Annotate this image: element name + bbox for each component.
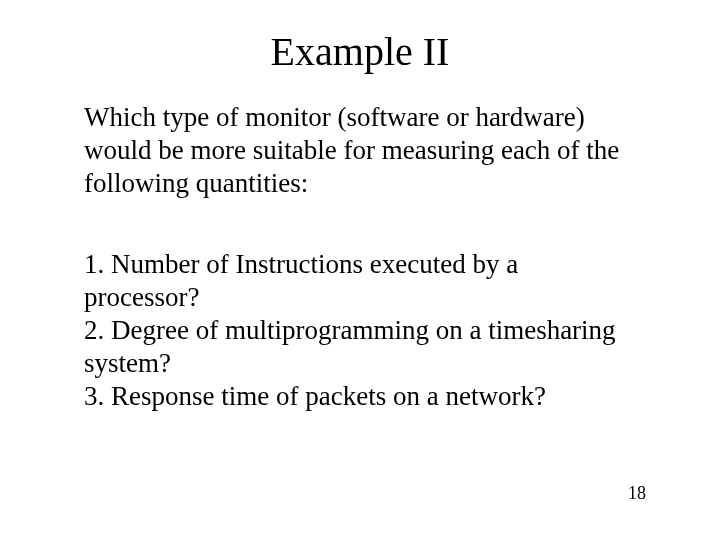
slide-title: Example II [84, 28, 636, 75]
intro-paragraph: Which type of monitor (software or hardw… [84, 101, 636, 200]
question-list: 1. Number of Instructions executed by a … [84, 248, 636, 413]
question-1: 1. Number of Instructions executed by a … [84, 248, 636, 314]
question-3: 3. Response time of packets on a network… [84, 380, 636, 413]
slide: Example II Which type of monitor (softwa… [0, 0, 720, 540]
page-number: 18 [628, 483, 646, 504]
question-2: 2. Degree of multiprogramming on a times… [84, 314, 636, 380]
